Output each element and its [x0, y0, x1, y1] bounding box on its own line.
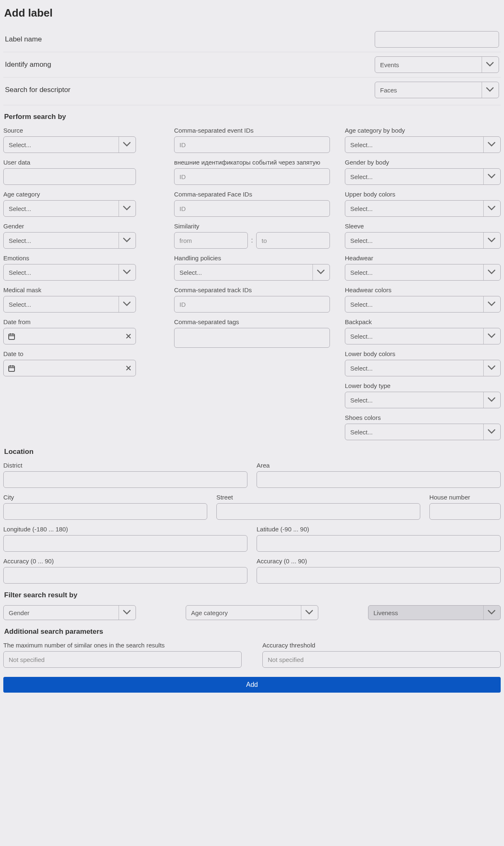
similarity-separator: : [251, 237, 253, 244]
track-ids-input[interactable] [174, 296, 330, 313]
identify-among-label: Identify among [5, 61, 375, 69]
date-to-input[interactable] [3, 360, 136, 376]
chevron-down-icon [123, 301, 131, 308]
similarity-label: Similarity [174, 223, 330, 230]
district-label: District [3, 462, 247, 469]
district-input[interactable] [3, 471, 247, 488]
user-data-input[interactable] [3, 168, 136, 185]
max-similar-input[interactable] [3, 651, 242, 668]
search-descriptor-select[interactable]: Faces [375, 82, 499, 98]
longitude-input[interactable] [3, 535, 247, 552]
shoes-colors-select[interactable]: Select... [345, 424, 501, 440]
additional-heading: Additional search parameters [4, 628, 501, 636]
shoes-colors-label: Shoes colors [345, 414, 501, 421]
chevron-down-icon [488, 237, 495, 244]
sleeve-select[interactable]: Select... [345, 232, 501, 249]
headwear-label: Headwear [345, 255, 501, 262]
accuracy-lon-label: Accuracy (0 ... 90) [3, 558, 247, 565]
chevron-down-icon [488, 364, 495, 372]
identify-among-value: Events [380, 61, 399, 68]
page-title: Add label [4, 7, 501, 19]
date-from-label: Date from [3, 318, 136, 325]
ext-ids-input[interactable] [174, 168, 330, 185]
similarity-from-input[interactable] [174, 232, 248, 249]
event-ids-label: Comma-separated event IDs [174, 127, 330, 134]
gender-body-select[interactable]: Select... [345, 168, 501, 185]
chevron-down-icon [305, 609, 313, 616]
face-ids-label: Comma-separated Face IDs [174, 191, 330, 198]
emotions-select[interactable]: Select... [3, 264, 136, 281]
longitude-label: Longitude (-180 ... 180) [3, 526, 247, 533]
source-select[interactable]: Select... [3, 136, 136, 153]
tags-input[interactable] [174, 328, 330, 348]
lower-colors-label: Lower body colors [345, 350, 501, 357]
chevron-down-icon [123, 269, 131, 276]
chevron-down-icon [486, 61, 494, 68]
chevron-down-icon [488, 609, 495, 616]
accuracy-lat-input[interactable] [257, 567, 501, 584]
event-ids-input[interactable] [174, 136, 330, 153]
upper-colors-select[interactable]: Select... [345, 200, 501, 217]
headwear-select[interactable]: Select... [345, 264, 501, 281]
accuracy-lat-label: Accuracy (0 ... 90) [257, 558, 501, 565]
calendar-icon [8, 332, 15, 340]
filter-heading: Filter search result by [4, 591, 501, 599]
chevron-down-icon [488, 269, 495, 276]
chevron-down-icon [488, 301, 495, 308]
age-category-label: Age category [3, 191, 136, 198]
calendar-icon [8, 364, 15, 372]
max-similar-label: The maximum number of similar ones in th… [3, 642, 242, 649]
face-ids-input[interactable] [174, 200, 330, 217]
threshold-input[interactable] [262, 651, 501, 668]
chevron-down-icon [488, 141, 495, 148]
filter-age-select[interactable]: Age category [186, 605, 318, 620]
perform-search-heading: Perform search by [4, 113, 501, 121]
track-ids-label: Comma-separated track IDs [174, 286, 330, 293]
age-body-label: Age category by body [345, 127, 501, 134]
city-input[interactable] [3, 503, 207, 520]
handling-policies-select[interactable]: Select... [174, 264, 330, 281]
age-body-select[interactable]: Select... [345, 136, 501, 153]
lower-colors-select[interactable]: Select... [345, 360, 501, 376]
latitude-label: Latitude (-90 ... 90) [257, 526, 501, 533]
gender-select[interactable]: Select... [3, 232, 136, 249]
add-button[interactable]: Add [3, 677, 501, 693]
accuracy-lon-input[interactable] [3, 567, 247, 584]
house-label: House number [429, 494, 501, 501]
chevron-down-icon [123, 237, 131, 244]
house-input[interactable] [429, 503, 501, 520]
headwear-colors-select[interactable]: Select... [345, 296, 501, 313]
filter-gender-select[interactable]: Gender [3, 605, 136, 620]
label-name-label: Label name [5, 35, 375, 44]
close-icon[interactable] [126, 365, 131, 371]
street-label: Street [216, 494, 420, 501]
tags-label: Comma-separated tags [174, 318, 330, 325]
area-input[interactable] [257, 471, 501, 488]
close-icon[interactable] [126, 333, 131, 339]
backpack-select[interactable]: Select... [345, 328, 501, 344]
age-category-select[interactable]: Select... [3, 200, 136, 217]
latitude-input[interactable] [257, 535, 501, 552]
search-descriptor-value: Faces [380, 87, 397, 94]
gender-label: Gender [3, 223, 136, 230]
user-data-label: User data [3, 159, 136, 166]
medical-mask-select[interactable]: Select... [3, 296, 136, 313]
filter-liveness-select: Liveness [368, 605, 501, 620]
label-name-input[interactable] [375, 31, 499, 48]
date-from-input[interactable] [3, 328, 136, 344]
identify-among-select[interactable]: Events [375, 56, 499, 73]
emotions-label: Emotions [3, 255, 136, 262]
lower-type-select[interactable]: Select... [345, 392, 501, 408]
chevron-down-icon [488, 173, 495, 180]
chevron-down-icon [317, 269, 325, 276]
chevron-down-icon [123, 609, 131, 616]
street-input[interactable] [216, 503, 420, 520]
search-descriptor-label: Search for descriptor [5, 86, 375, 94]
chevron-down-icon [488, 396, 495, 404]
area-label: Area [257, 462, 501, 469]
upper-colors-label: Upper body colors [345, 191, 501, 198]
similarity-to-input[interactable] [256, 232, 330, 249]
chevron-down-icon [488, 428, 495, 436]
chevron-down-icon [486, 86, 494, 94]
chevron-down-icon [488, 332, 495, 340]
